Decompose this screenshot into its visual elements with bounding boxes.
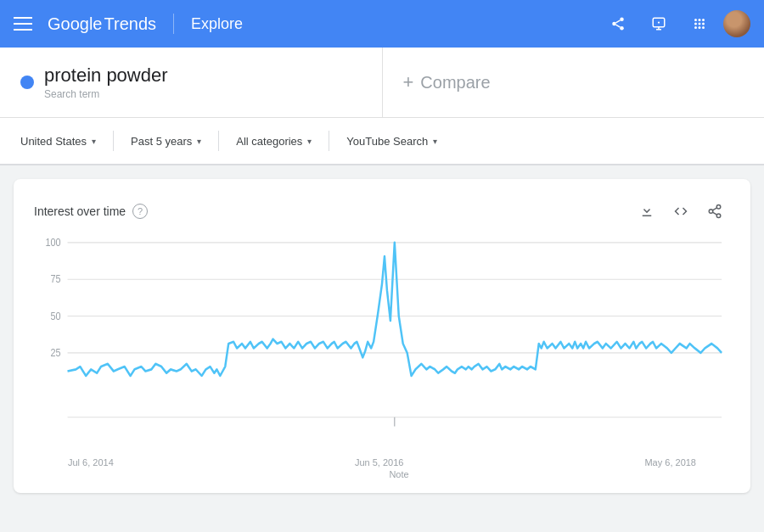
apps-button[interactable] — [683, 7, 716, 41]
svg-point-11 — [702, 19, 705, 21]
chart-container: 100 75 50 25 — [34, 233, 730, 454]
embed-button[interactable] — [666, 196, 696, 227]
card-title-group: Interest over time ? — [34, 204, 148, 219]
time-chevron-icon: ▾ — [197, 137, 201, 146]
header: Google Trends Explore — [0, 0, 764, 48]
svg-point-9 — [694, 19, 697, 21]
svg-text:50: 50 — [51, 311, 61, 322]
search-term-text: protein powder Search term — [44, 64, 168, 100]
svg-point-18 — [716, 205, 721, 210]
svg-point-13 — [699, 23, 701, 25]
svg-text:75: 75 — [51, 274, 61, 285]
interest-over-time-card: Interest over time ? — [14, 179, 750, 493]
svg-point-1 — [612, 22, 616, 26]
chart-x-labels: Jul 6, 2014 Jun 5, 2016 May 6, 2018 — [34, 454, 730, 468]
download-button[interactable] — [632, 196, 662, 227]
compare-plus-icon: + — [403, 71, 414, 93]
svg-point-2 — [620, 26, 624, 31]
source-chevron-icon: ▾ — [433, 137, 437, 146]
note-label: Note — [34, 469, 730, 479]
svg-line-22 — [712, 208, 716, 210]
svg-line-3 — [615, 25, 620, 27]
logo-trends: Trends — [104, 14, 157, 34]
category-chevron-icon: ▾ — [307, 137, 312, 146]
svg-point-17 — [702, 26, 705, 29]
svg-point-12 — [694, 23, 697, 25]
svg-point-15 — [694, 26, 697, 29]
filter-sep-3 — [329, 131, 329, 151]
x-label-2: Jun 5, 2016 — [355, 457, 404, 468]
region-label: United States — [20, 135, 87, 148]
chart-svg: 100 75 50 25 — [34, 233, 730, 454]
region-filter[interactable]: United States ▾ — [20, 118, 110, 164]
search-term-name: protein powder — [44, 64, 168, 87]
card-actions — [632, 196, 730, 227]
logo: Google Trends — [48, 14, 156, 34]
svg-point-8 — [658, 21, 660, 23]
filter-sep-2 — [218, 131, 219, 151]
avatar[interactable] — [723, 10, 750, 37]
svg-line-21 — [712, 212, 716, 215]
x-label-1: Jul 6, 2014 — [68, 457, 114, 468]
compare-box[interactable]: + Compare — [383, 48, 765, 117]
header-right — [601, 7, 750, 41]
share-button[interactable] — [601, 7, 635, 41]
share-chart-button[interactable] — [699, 196, 730, 227]
svg-text:100: 100 — [45, 238, 60, 249]
x-label-3: May 6, 2018 — [644, 457, 696, 468]
svg-text:25: 25 — [51, 348, 61, 359]
time-filter[interactable]: Past 5 years ▾ — [117, 118, 215, 164]
feedback-button[interactable] — [642, 7, 676, 41]
help-icon[interactable]: ? — [132, 204, 148, 219]
svg-point-0 — [620, 18, 624, 22]
time-label: Past 5 years — [131, 135, 192, 148]
search-term-label: Search term — [44, 88, 168, 100]
source-filter[interactable]: YouTube Search ▾ — [333, 118, 451, 164]
svg-point-10 — [699, 19, 701, 21]
svg-point-14 — [702, 23, 705, 25]
explore-label: Explore — [191, 15, 243, 33]
search-section: protein powder Search term + Compare — [0, 48, 764, 118]
svg-point-20 — [716, 214, 721, 218]
svg-point-19 — [709, 210, 713, 214]
source-label: YouTube Search — [346, 135, 428, 148]
menu-icon[interactable] — [14, 17, 34, 31]
category-label: All categories — [236, 135, 302, 148]
main-content: Interest over time ? — [0, 165, 764, 507]
region-chevron-icon: ▾ — [92, 137, 96, 146]
logo-google: Google — [48, 14, 103, 34]
search-dot — [20, 76, 34, 89]
card-title: Interest over time — [34, 204, 126, 218]
header-divider — [173, 14, 174, 34]
filter-sep-1 — [113, 131, 114, 151]
filter-bar: United States ▾ Past 5 years ▾ All categ… — [0, 118, 764, 165]
category-filter[interactable]: All categories ▾ — [222, 118, 325, 164]
search-term-box[interactable]: protein powder Search term — [0, 48, 383, 117]
compare-label: Compare — [420, 73, 490, 92]
svg-line-4 — [615, 20, 620, 23]
card-header: Interest over time ? — [34, 196, 730, 227]
svg-point-16 — [699, 26, 701, 29]
